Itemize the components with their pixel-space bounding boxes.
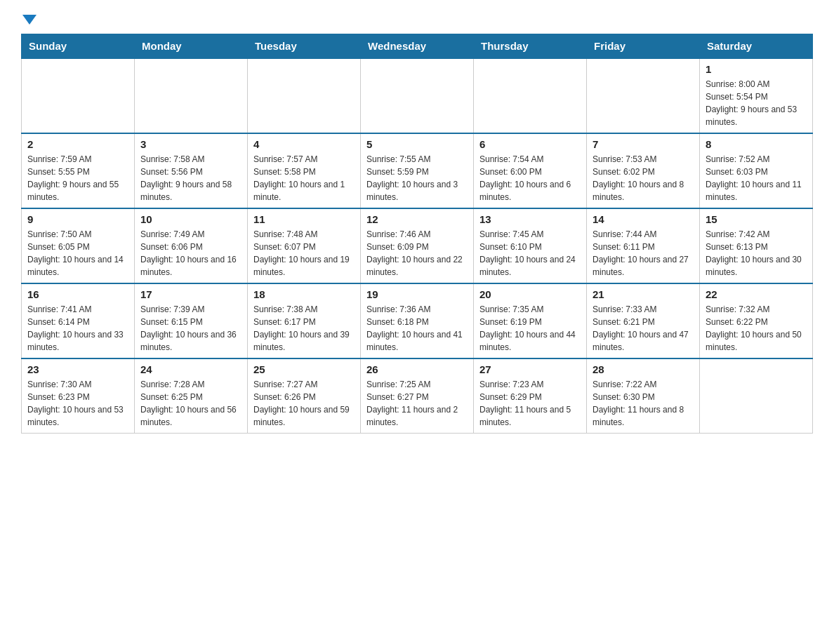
day-number: 9 — [27, 213, 128, 225]
calendar-cell: 22Sunrise: 7:32 AMSunset: 6:22 PMDayligh… — [700, 283, 813, 358]
weekday-header-thursday: Thursday — [474, 34, 587, 59]
day-number: 16 — [27, 288, 128, 300]
calendar-cell: 25Sunrise: 7:27 AMSunset: 6:26 PMDayligh… — [248, 358, 361, 434]
day-number: 6 — [479, 138, 581, 150]
week-row-4: 16Sunrise: 7:41 AMSunset: 6:14 PMDayligh… — [22, 283, 813, 358]
day-info: Sunrise: 7:55 AMSunset: 5:59 PMDaylight:… — [366, 153, 468, 203]
calendar-cell — [248, 58, 361, 133]
day-number: 25 — [253, 363, 355, 375]
day-number: 15 — [706, 213, 807, 225]
day-number: 5 — [366, 138, 468, 150]
day-info: Sunrise: 7:38 AMSunset: 6:17 PMDaylight:… — [253, 303, 355, 354]
calendar-cell: 13Sunrise: 7:45 AMSunset: 6:10 PMDayligh… — [474, 208, 587, 283]
logo-arrow-icon — [22, 15, 37, 25]
calendar-cell: 8Sunrise: 7:52 AMSunset: 6:03 PMDaylight… — [700, 133, 813, 208]
day-info: Sunrise: 7:44 AMSunset: 6:11 PMDaylight:… — [593, 228, 694, 279]
day-number: 12 — [366, 213, 468, 225]
day-number: 11 — [253, 213, 355, 225]
calendar-table: SundayMondayTuesdayWednesdayThursdayFrid… — [21, 34, 813, 434]
day-info: Sunrise: 7:57 AMSunset: 5:58 PMDaylight:… — [253, 153, 355, 203]
calendar-cell — [700, 358, 813, 434]
calendar-cell: 6Sunrise: 7:54 AMSunset: 6:00 PMDaylight… — [474, 133, 587, 208]
calendar-cell: 23Sunrise: 7:30 AMSunset: 6:23 PMDayligh… — [22, 358, 135, 434]
day-info: Sunrise: 7:48 AMSunset: 6:07 PMDaylight:… — [253, 228, 355, 279]
day-number: 2 — [27, 138, 128, 150]
day-info: Sunrise: 7:49 AMSunset: 6:06 PMDaylight:… — [140, 228, 241, 279]
calendar-cell: 15Sunrise: 7:42 AMSunset: 6:13 PMDayligh… — [700, 208, 813, 283]
day-number: 17 — [140, 288, 241, 300]
day-info: Sunrise: 7:59 AMSunset: 5:55 PMDaylight:… — [27, 153, 128, 203]
weekday-header-monday: Monday — [135, 34, 248, 59]
calendar-cell: 21Sunrise: 7:33 AMSunset: 6:21 PMDayligh… — [587, 283, 700, 358]
day-info: Sunrise: 8:00 AMSunset: 5:54 PMDaylight:… — [706, 78, 807, 128]
calendar-cell: 26Sunrise: 7:25 AMSunset: 6:27 PMDayligh… — [361, 358, 474, 434]
calendar-cell: 1Sunrise: 8:00 AMSunset: 5:54 PMDaylight… — [700, 58, 813, 133]
day-number: 3 — [140, 138, 241, 150]
day-info: Sunrise: 7:35 AMSunset: 6:19 PMDaylight:… — [479, 303, 581, 354]
day-number: 10 — [140, 213, 241, 225]
day-info: Sunrise: 7:30 AMSunset: 6:23 PMDaylight:… — [27, 378, 128, 429]
day-number: 4 — [253, 138, 355, 150]
weekday-header-wednesday: Wednesday — [361, 34, 474, 59]
week-row-3: 9Sunrise: 7:50 AMSunset: 6:05 PMDaylight… — [22, 208, 813, 283]
calendar-cell — [135, 58, 248, 133]
day-info: Sunrise: 7:36 AMSunset: 6:18 PMDaylight:… — [366, 303, 468, 354]
week-row-5: 23Sunrise: 7:30 AMSunset: 6:23 PMDayligh… — [22, 358, 813, 434]
day-info: Sunrise: 7:27 AMSunset: 6:26 PMDaylight:… — [253, 378, 355, 429]
logo — [21, 17, 37, 27]
day-number: 1 — [706, 63, 807, 75]
day-number: 8 — [706, 138, 807, 150]
day-number: 27 — [479, 363, 581, 375]
calendar-cell: 9Sunrise: 7:50 AMSunset: 6:05 PMDaylight… — [22, 208, 135, 283]
day-info: Sunrise: 7:39 AMSunset: 6:15 PMDaylight:… — [140, 303, 241, 354]
day-number: 26 — [366, 363, 468, 375]
calendar-cell: 12Sunrise: 7:46 AMSunset: 6:09 PMDayligh… — [361, 208, 474, 283]
day-info: Sunrise: 7:33 AMSunset: 6:21 PMDaylight:… — [593, 303, 694, 354]
calendar-cell: 5Sunrise: 7:55 AMSunset: 5:59 PMDaylight… — [361, 133, 474, 208]
day-info: Sunrise: 7:53 AMSunset: 6:02 PMDaylight:… — [593, 153, 694, 203]
day-number: 24 — [140, 363, 241, 375]
day-info: Sunrise: 7:50 AMSunset: 6:05 PMDaylight:… — [27, 228, 128, 279]
weekday-header-friday: Friday — [587, 34, 700, 59]
day-info: Sunrise: 7:52 AMSunset: 6:03 PMDaylight:… — [706, 153, 807, 203]
calendar-cell: 4Sunrise: 7:57 AMSunset: 5:58 PMDaylight… — [248, 133, 361, 208]
calendar-cell — [361, 58, 474, 133]
day-info: Sunrise: 7:25 AMSunset: 6:27 PMDaylight:… — [366, 378, 468, 429]
calendar-cell: 24Sunrise: 7:28 AMSunset: 6:25 PMDayligh… — [135, 358, 248, 434]
day-number: 13 — [479, 213, 581, 225]
calendar-cell: 3Sunrise: 7:58 AMSunset: 5:56 PMDaylight… — [135, 133, 248, 208]
day-number: 18 — [253, 288, 355, 300]
calendar-cell: 11Sunrise: 7:48 AMSunset: 6:07 PMDayligh… — [248, 208, 361, 283]
day-number: 28 — [593, 363, 694, 375]
day-info: Sunrise: 7:32 AMSunset: 6:22 PMDaylight:… — [706, 303, 807, 354]
day-info: Sunrise: 7:28 AMSunset: 6:25 PMDaylight:… — [140, 378, 241, 429]
day-info: Sunrise: 7:41 AMSunset: 6:14 PMDaylight:… — [27, 303, 128, 354]
weekday-header-sunday: Sunday — [22, 34, 135, 59]
calendar-cell: 14Sunrise: 7:44 AMSunset: 6:11 PMDayligh… — [587, 208, 700, 283]
calendar-cell: 2Sunrise: 7:59 AMSunset: 5:55 PMDaylight… — [22, 133, 135, 208]
day-number: 20 — [479, 288, 581, 300]
calendar-cell: 18Sunrise: 7:38 AMSunset: 6:17 PMDayligh… — [248, 283, 361, 358]
calendar-cell: 7Sunrise: 7:53 AMSunset: 6:02 PMDaylight… — [587, 133, 700, 208]
week-row-1: 1Sunrise: 8:00 AMSunset: 5:54 PMDaylight… — [22, 58, 813, 133]
page-header — [21, 17, 813, 27]
weekday-header-row: SundayMondayTuesdayWednesdayThursdayFrid… — [22, 34, 813, 59]
day-number: 21 — [593, 288, 694, 300]
weekday-header-saturday: Saturday — [700, 34, 813, 59]
calendar-cell — [587, 58, 700, 133]
day-info: Sunrise: 7:46 AMSunset: 6:09 PMDaylight:… — [366, 228, 468, 279]
calendar-cell: 19Sunrise: 7:36 AMSunset: 6:18 PMDayligh… — [361, 283, 474, 358]
calendar-cell: 27Sunrise: 7:23 AMSunset: 6:29 PMDayligh… — [474, 358, 587, 434]
weekday-header-tuesday: Tuesday — [248, 34, 361, 59]
day-info: Sunrise: 7:22 AMSunset: 6:30 PMDaylight:… — [593, 378, 694, 429]
day-info: Sunrise: 7:42 AMSunset: 6:13 PMDaylight:… — [706, 228, 807, 279]
calendar-cell: 20Sunrise: 7:35 AMSunset: 6:19 PMDayligh… — [474, 283, 587, 358]
day-number: 23 — [27, 363, 128, 375]
calendar-cell — [474, 58, 587, 133]
week-row-2: 2Sunrise: 7:59 AMSunset: 5:55 PMDaylight… — [22, 133, 813, 208]
day-info: Sunrise: 7:54 AMSunset: 6:00 PMDaylight:… — [479, 153, 581, 203]
calendar-cell: 28Sunrise: 7:22 AMSunset: 6:30 PMDayligh… — [587, 358, 700, 434]
calendar-cell: 10Sunrise: 7:49 AMSunset: 6:06 PMDayligh… — [135, 208, 248, 283]
calendar-cell: 16Sunrise: 7:41 AMSunset: 6:14 PMDayligh… — [22, 283, 135, 358]
day-number: 7 — [593, 138, 694, 150]
